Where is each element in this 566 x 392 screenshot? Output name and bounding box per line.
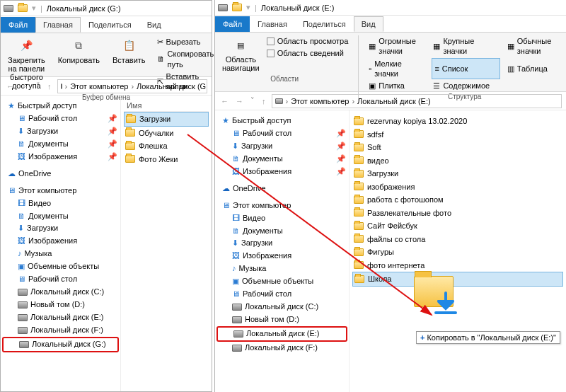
list-item[interactable]: фото интернета [352, 259, 563, 272]
tree-diskc[interactable]: Локальный диск (C:) [216, 301, 347, 313]
disk-icon [18, 314, 28, 321]
tree-pictures[interactable]: 🖼Изображения📌 [216, 166, 347, 178]
tree-downloads[interactable]: ⬇Загрузки📌 [2, 125, 119, 138]
list-item[interactable]: Загрузки [124, 112, 209, 127]
list-item[interactable]: Обучалки [124, 127, 209, 140]
forward-button[interactable]: → [20, 82, 30, 91]
column-name[interactable]: Имя [124, 100, 209, 112]
tree-diskd[interactable]: Новый том (D:) [216, 313, 347, 326]
tree-diske[interactable]: Локальный диск (E:) [2, 311, 119, 324]
list-item[interactable]: Фигуры [352, 246, 563, 259]
tree-diskf[interactable]: Локальный диск (F:) [216, 342, 347, 354]
tree-objects[interactable]: ▣Объемные объекты [2, 260, 119, 273]
list-item[interactable]: Soft [352, 141, 563, 154]
tab-home[interactable]: Главная [250, 16, 295, 32]
tree-objects[interactable]: ▣Объемные объекты [216, 275, 347, 288]
list-item[interactable]: работа с фотошопом [352, 193, 563, 207]
cut-button[interactable]: ✂Вырезать [156, 36, 216, 47]
details-button[interactable]: Область сведений [265, 47, 350, 59]
titlebar[interactable]: ▾ | Локальный диск (E:) [215, 0, 566, 16]
list-item[interactable]: видео [352, 154, 563, 168]
tree-diskc[interactable]: Локальный диск (C:) [2, 286, 119, 299]
tree-diskg[interactable]: Локальный диск (G:) [2, 337, 119, 352]
qat-down[interactable]: ▾ [32, 4, 36, 13]
tree-desk2[interactable]: 🖥Рабочий стол [2, 273, 119, 286]
breadcrumb[interactable]: › Этот компьютер › Локальный диск (G: [57, 79, 208, 93]
up-button[interactable]: ↑ [260, 97, 267, 105]
navpane-button[interactable]: ▤ Область навигации [219, 35, 262, 74]
view-large[interactable]: ▦Крупные значки [432, 35, 499, 57]
tree-pic2[interactable]: 🖼Изображения [216, 250, 347, 263]
tree-documents[interactable]: 🗎Документы📌 [2, 138, 119, 151]
list-icon: ≡ [434, 64, 439, 74]
preview-button[interactable]: Область просмотра [265, 35, 350, 47]
cut-icon: ✂ [157, 37, 163, 47]
titlebar[interactable]: ▾ | Локальный диск (G:) [1, 1, 212, 16]
tree-video[interactable]: 🎞Видео [2, 197, 119, 210]
tree-dl2[interactable]: ⬇Загрузки [2, 222, 119, 235]
tree-diskd[interactable]: Новый том (D:) [2, 299, 119, 311]
list-item[interactable]: Сайт Фейсбук [352, 219, 563, 233]
cube-icon: ▣ [232, 276, 239, 287]
video-icon: 🎞 [18, 198, 25, 209]
tree-docs2[interactable]: 🗎Документы [216, 225, 347, 238]
list-item[interactable]: Загрузки [352, 167, 563, 180]
paste-icon: 📋 [120, 38, 137, 54]
tab-file[interactable]: Файл [1, 17, 35, 33]
list-item[interactable]: sdfsf [352, 128, 563, 142]
tree-music[interactable]: ♪Музыка [216, 263, 347, 275]
recent-button[interactable]: ˅ [35, 81, 42, 91]
tree-thispc[interactable]: 🖥Этот компьютер [216, 200, 347, 212]
explorer-window-g: ▾ | Локальный диск (G:) Файл Главная Под… [0, 0, 212, 392]
view-small[interactable]: ▫Мелкие значки [367, 58, 426, 80]
tree-desktop[interactable]: 🖥Рабочий стол📌 [2, 113, 119, 125]
list-item[interactable]: файлы со стола [352, 233, 563, 246]
view-table[interactable]: ▥Таблица [506, 58, 562, 80]
recent-button[interactable]: ˅ [249, 96, 256, 105]
tree-thispc[interactable]: 🖥Этот компьютер [2, 185, 119, 197]
back-button[interactable]: ← [5, 82, 16, 91]
tree-dl2[interactable]: ⬇Загрузки [216, 237, 347, 250]
folder-icon [126, 115, 136, 123]
back-button[interactable]: ← [219, 97, 230, 105]
tree-diskf[interactable]: Локальный диск (F:) [2, 324, 119, 337]
tree-diske[interactable]: Локальный диск (E:) [216, 326, 347, 342]
tree-docs2[interactable]: 🗎Документы [2, 210, 119, 223]
tree-video[interactable]: 🎞Видео [216, 212, 347, 225]
pic-icon: 🖼 [18, 151, 25, 163]
list-item[interactable]: Фото Жеки [124, 153, 209, 166]
tree-documents[interactable]: 🗎Документы📌 [216, 153, 347, 166]
tab-view[interactable]: Вид [354, 16, 383, 32]
tab-view[interactable]: Вид [139, 17, 169, 33]
tree-pictures[interactable]: 🖼Изображения📌 [2, 151, 119, 163]
list-item[interactable]: rezervnay kopiya 13.02.2020 [352, 115, 563, 128]
tree-onedrive[interactable]: ☁OneDrive [2, 168, 119, 180]
tree-quick[interactable]: ★Быстрый доступ [216, 115, 347, 127]
view-normal[interactable]: ▦Обычные значки [506, 35, 562, 57]
up-button[interactable]: ↑ [46, 82, 53, 91]
pic-icon: 🖼 [18, 236, 25, 247]
qat-down[interactable]: ▾ [246, 3, 250, 12]
list-item[interactable]: Развлекательные фото [352, 207, 563, 220]
view-tiles[interactable]: ▣Плитка [367, 80, 426, 91]
tree-desktop[interactable]: 🖥Рабочий стол📌 [216, 127, 347, 140]
tab-file[interactable]: Файл [215, 16, 250, 32]
forward-button[interactable]: → [234, 97, 245, 105]
folder-icon [125, 142, 135, 150]
tree-quick[interactable]: ★Быстрый доступ [2, 100, 119, 113]
tab-home[interactable]: Главная [35, 17, 81, 33]
view-list[interactable]: ≡Список [432, 58, 499, 80]
view-huge[interactable]: ▦Огромные значки [367, 35, 426, 57]
tree-onedrive[interactable]: ☁OneDrive [216, 183, 347, 195]
copypath-button[interactable]: 🗎Скопировать путь [156, 48, 216, 70]
tree-desk2[interactable]: 🖥Рабочий стол [216, 288, 347, 301]
tab-share[interactable]: Поделиться [295, 16, 354, 32]
list-item[interactable]: изображения [352, 180, 563, 194]
list-item[interactable]: Флешка [124, 139, 209, 153]
tree-music[interactable]: ♪Музыка [2, 248, 119, 260]
breadcrumb[interactable]: › Этот компьютер › Локальный диск (E:) [272, 94, 562, 108]
tree-downloads[interactable]: ⬇Загрузки📌 [216, 140, 347, 153]
tab-share[interactable]: Поделиться [81, 17, 139, 33]
view-contents[interactable]: ☰Содержимое [432, 80, 499, 91]
tree-pic2[interactable]: 🖼Изображения [2, 235, 119, 248]
